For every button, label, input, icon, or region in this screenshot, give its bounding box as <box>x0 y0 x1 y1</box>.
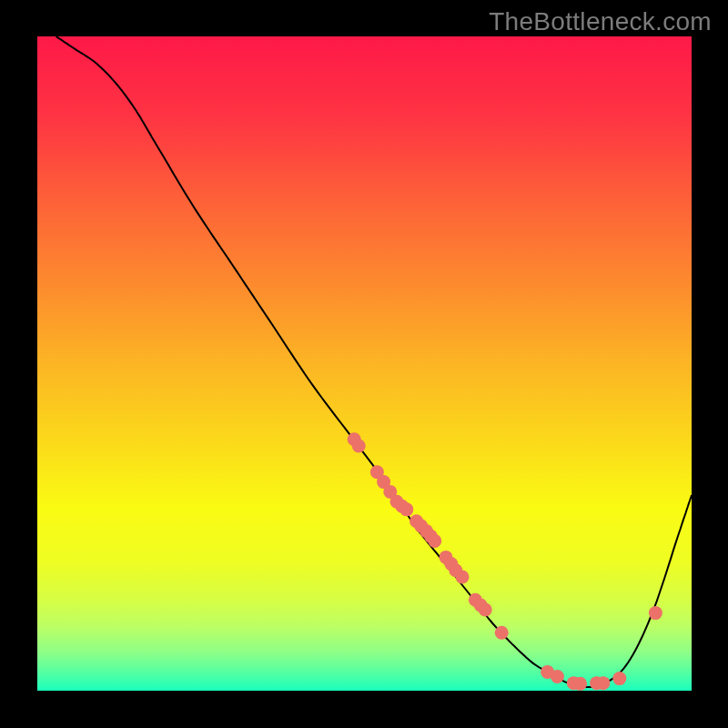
data-point <box>612 672 626 685</box>
data-point <box>456 571 470 584</box>
chart-container: TheBottleneck.com <box>0 0 728 728</box>
data-point <box>551 670 564 683</box>
data-point <box>495 626 509 640</box>
data-point <box>399 502 413 516</box>
data-point <box>649 606 662 620</box>
chart-svg <box>36 36 692 692</box>
watermark-text: TheBottleneck.com <box>489 7 712 36</box>
data-point <box>428 534 441 548</box>
chart-background <box>36 36 692 692</box>
data-point <box>573 677 587 691</box>
data-point <box>596 676 610 690</box>
data-point <box>352 440 366 453</box>
data-point <box>479 603 492 617</box>
